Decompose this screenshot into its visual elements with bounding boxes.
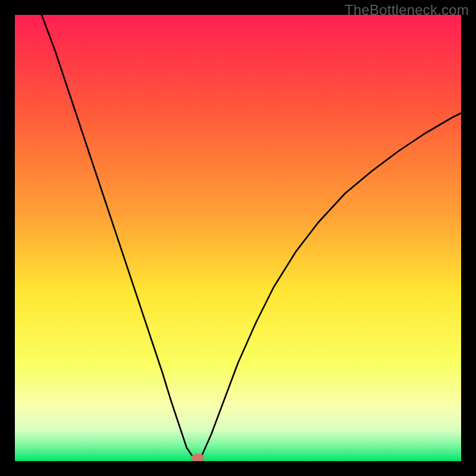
- gradient-background: [15, 15, 461, 461]
- bottleneck-chart: [15, 15, 461, 461]
- chart-frame: TheBottleneck.com: [0, 0, 476, 476]
